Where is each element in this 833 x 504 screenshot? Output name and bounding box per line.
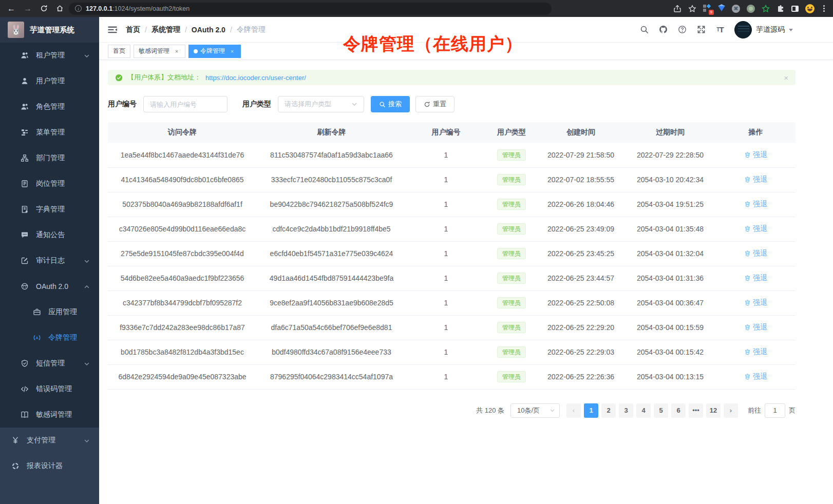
refresh-token-cell: be90422b8c7946218275a508bf524fc9	[257, 192, 406, 217]
force-logout-button[interactable]: 强退	[744, 274, 767, 283]
browser-refresh-icon[interactable]	[40, 5, 48, 12]
dict-icon	[21, 205, 29, 214]
tab-home[interactable]: 首页	[108, 45, 130, 58]
sidebar-item-report-designer[interactable]: 报表设计器	[0, 453, 99, 479]
force-logout-label: 强退	[753, 249, 767, 258]
goto-page-input[interactable]	[765, 403, 785, 418]
page-button-5[interactable]: 5	[654, 403, 668, 418]
sidebar-item-oauth-app[interactable]: 应用管理	[0, 299, 99, 325]
browser-forward-icon[interactable]: →	[24, 5, 32, 13]
action-cell: 强退	[716, 217, 796, 241]
force-logout-label: 强退	[753, 347, 767, 357]
browser-home-icon[interactable]	[56, 5, 64, 12]
force-logout-button[interactable]: 强退	[744, 298, 767, 307]
sidebar-item-sensitive-word[interactable]: 敏感词管理	[0, 402, 99, 428]
user-icon	[21, 77, 29, 85]
tab-close-icon[interactable]: ×	[173, 48, 180, 55]
page-button-12[interactable]: 12	[706, 403, 721, 418]
table-row: c347026e805e4d99b0d116eae66eda8ccdfc4ce9…	[108, 217, 796, 241]
hamburger-icon[interactable]	[107, 25, 118, 35]
reset-button[interactable]: 重置	[415, 96, 455, 112]
sidebar-item-user[interactable]: 用户管理	[0, 68, 99, 94]
sidebar-item-notice[interactable]: 通知公告	[0, 222, 99, 248]
oauth-icon	[21, 282, 29, 290]
font-size-icon[interactable]: TT	[715, 25, 725, 34]
github-icon[interactable]	[658, 25, 668, 34]
help-icon[interactable]	[677, 25, 687, 34]
force-logout-button[interactable]: 强退	[744, 249, 767, 258]
force-logout-button[interactable]: 强退	[744, 323, 767, 332]
page-button-1[interactable]: 1	[584, 403, 598, 418]
sidebar-item-sms[interactable]: 短信管理	[0, 351, 99, 376]
tab-oauth-token[interactable]: 令牌管理×	[188, 45, 241, 58]
alert-close-icon[interactable]: ×	[784, 73, 788, 82]
sidebar-item-oauth[interactable]: OAuth 2.0	[0, 274, 99, 299]
page-size-select[interactable]: 10条/页	[510, 403, 560, 418]
force-logout-button[interactable]: 强退	[744, 175, 767, 184]
doc-link[interactable]: https://doc.iocoder.cn/user-center/	[205, 74, 306, 82]
share-icon[interactable]	[673, 5, 681, 13]
browser-back-icon[interactable]: ←	[7, 5, 15, 13]
browser-menu-icon[interactable]	[823, 8, 825, 9]
sidebar-item-error-code[interactable]: 错误码管理	[0, 376, 99, 402]
sidebar-item-tenant[interactable]: 租户管理	[0, 43, 99, 68]
page-button-2[interactable]: 2	[601, 403, 616, 418]
sidebar-item-role[interactable]: 角色管理	[0, 94, 99, 120]
sidebar-item-post[interactable]: 岗位管理	[0, 171, 99, 197]
user-type-select[interactable]: 请选择用户类型	[278, 96, 364, 112]
command-extension-icon[interactable]: ⌘	[732, 5, 740, 13]
fullscreen-icon[interactable]	[696, 25, 706, 34]
user-id-cell: 1	[406, 364, 486, 389]
user-type-badge: 管理员	[497, 174, 526, 185]
browser-chrome: ← → i 127.0.0.1:1024/system/oauth2/token…	[0, 0, 833, 17]
created-time-cell: 2022-07-29 21:58:50	[537, 143, 624, 167]
force-logout-button[interactable]: 强退	[744, 150, 767, 160]
sidebar-item-dict[interactable]: 字典管理	[0, 197, 99, 222]
breadcrumb-item[interactable]: OAuth 2.0	[192, 26, 225, 34]
sidebar-item-pay[interactable]: 支付管理	[0, 428, 99, 453]
access-token-cell: 54d6be82ee5a460a9aedc1f9bf223656	[108, 266, 257, 290]
force-logout-button[interactable]: 强退	[744, 224, 767, 234]
force-logout-button[interactable]: 强退	[744, 200, 767, 209]
page-button-4[interactable]: 4	[636, 403, 651, 418]
gem-extension-icon[interactable]	[718, 6, 725, 11]
access-token-cell: c342377bf8b344799dcbf7bf095287f2	[108, 290, 257, 315]
profile-avatar-icon[interactable]	[805, 4, 815, 13]
sidebar-item-label: 错误码管理	[36, 384, 72, 394]
record-extension-icon[interactable]	[747, 5, 755, 13]
address-bar[interactable]: i 127.0.0.1:1024/system/oauth2/token	[69, 3, 552, 15]
sidebar-item-menu[interactable]: 菜单管理	[0, 120, 99, 145]
sidebar-item-dept[interactable]: 部门管理	[0, 145, 99, 171]
user-id-input[interactable]	[143, 96, 228, 112]
force-logout-button[interactable]: 强退	[744, 372, 767, 381]
table-row: 41c41346a548490f9dc8b01c6bfe0865333ecfc7…	[108, 167, 796, 192]
tab-close-icon[interactable]: ×	[229, 48, 236, 55]
page-button-6[interactable]: 6	[671, 403, 686, 418]
breadcrumb-item[interactable]: 首页	[126, 25, 140, 34]
puzzle-extensions-icon[interactable]	[777, 5, 785, 13]
user-id-cell: 1	[406, 217, 486, 241]
sidebar-item-audit-log[interactable]: 审计日志	[0, 248, 99, 274]
column-header: 用户类型	[486, 122, 537, 143]
extension-blocks-icon[interactable]: 9	[703, 5, 711, 13]
user-menu[interactable]: 芋道源码	[734, 21, 793, 38]
tab-sensitive-word[interactable]: 敏感词管理×	[134, 45, 185, 58]
side-panel-icon[interactable]	[791, 6, 799, 12]
page-button-3[interactable]: 3	[619, 403, 633, 418]
search-button-icon	[379, 101, 386, 108]
prev-page-button[interactable]: ‹	[566, 403, 581, 418]
user-type-badge: 管理员	[497, 199, 526, 210]
more-pages-button[interactable]: •••	[689, 403, 703, 418]
sidebar-item-oauth-token[interactable]: A令牌管理	[0, 325, 99, 351]
next-page-button[interactable]: ›	[724, 403, 738, 418]
app-logo[interactable]: 🐰 芋道管理系统	[0, 17, 99, 43]
breadcrumb-item[interactable]: 系统管理	[152, 25, 180, 34]
bookmark-star-icon[interactable]	[688, 5, 696, 13]
search-button[interactable]: 搜索	[371, 96, 410, 112]
user-id-cell: 1	[406, 143, 486, 167]
search-icon[interactable]	[639, 25, 649, 34]
site-info-icon[interactable]: i	[75, 5, 82, 12]
force-logout-button[interactable]: 强退	[744, 347, 767, 357]
green-star-extension-icon[interactable]	[762, 5, 770, 13]
action-cell: 强退	[716, 241, 796, 266]
